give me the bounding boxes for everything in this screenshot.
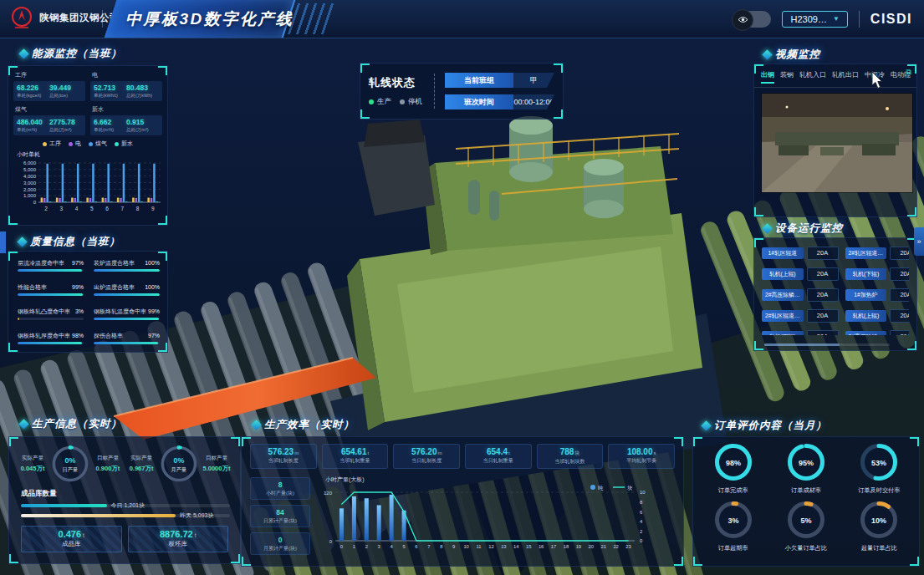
- stock-title: 成品库数量: [21, 489, 235, 499]
- side-stat-value: 8: [251, 481, 309, 489]
- equipment-label[interactable]: 轧机(下辊): [762, 331, 804, 335]
- status-label: 停机: [408, 97, 422, 107]
- stock-stat-box: 8876.72t板坯库: [128, 526, 229, 552]
- efficiency-panel: 576.23m当班轧制长度654.61t当班轧制重量576.20m当日轧制长度6…: [241, 436, 684, 567]
- legend-item: 电: [69, 140, 81, 148]
- svg-text:3,000: 3,000: [23, 181, 37, 186]
- panel-collapse-handle[interactable]: »: [914, 227, 924, 256]
- legend-item: 煤气: [89, 140, 107, 148]
- line-selector-dropdown[interactable]: H2309… ▼: [782, 11, 847, 28]
- equipment-label[interactable]: 2#轧区辊道…: [762, 310, 804, 322]
- diamond-icon: [17, 237, 28, 247]
- quality-item: 出炉温度合格率100%: [94, 283, 160, 296]
- diamond-icon: [701, 420, 712, 431]
- energy-metric-value: 2775.78: [49, 118, 82, 126]
- equipment-label[interactable]: 轧机(上辊): [762, 268, 804, 280]
- equipment-label[interactable]: 2#轧区辊道…: [845, 247, 887, 259]
- efficiency-metric: 108.00s平均轧制节奏: [608, 444, 675, 469]
- energy-metric-value: 68.226: [17, 84, 49, 92]
- energy-metric-label: 单耗(kWh/t): [94, 93, 126, 99]
- mouse-cursor: [871, 72, 885, 90]
- svg-text:5: 5: [402, 544, 405, 549]
- quality-item-percent: 97%: [72, 260, 84, 266]
- stock-stat-label: 成品库: [22, 540, 121, 548]
- quality-item-percent: 99%: [72, 284, 84, 290]
- stock-bar-fill: [21, 514, 176, 517]
- equipment-label[interactable]: 2#高压除鳞…: [762, 289, 804, 301]
- production-panel: 实际产量0.045万t0%日产量目标产量0.900万t实际产量0.967万t0%…: [8, 436, 241, 564]
- diamond-icon: [18, 48, 29, 59]
- equipment-item: 2#轧区辊道…20A: [762, 309, 839, 323]
- production-panel-title: 生产信息（实时）: [20, 417, 122, 431]
- order-gauge-ring: 10%: [857, 498, 901, 542]
- efficiency-metric-label: 当日轧制长度: [394, 457, 459, 465]
- efficiency-side-stats: 8小时产量(块)84日累计产量(块)0月累计产量(块): [250, 477, 310, 555]
- svg-text:3: 3: [378, 544, 380, 549]
- stock-bar: 昨天 5,093块: [21, 511, 228, 521]
- video-feed[interactable]: [761, 93, 913, 193]
- energy-metric: 68.226单耗(kgce/t): [17, 84, 49, 99]
- energy-metric-value: 0.915: [126, 118, 159, 126]
- side-tab[interactable]: [0, 232, 6, 253]
- actual-value: 0.045万t: [16, 465, 49, 473]
- quality-panel: 层流冷温度命中率97%装炉温度合格率100%性能合格率99%出炉温度合格率100…: [8, 251, 168, 353]
- diamond-icon: [251, 420, 262, 430]
- video-tab-0[interactable]: 出钢: [761, 70, 774, 84]
- target-label: 目标产量: [200, 455, 233, 462]
- svg-text:2: 2: [44, 206, 48, 211]
- svg-text:5%: 5%: [800, 516, 811, 525]
- video-tab-2[interactable]: 轧机入口: [799, 70, 826, 84]
- energy-metric: 39.449总耗(tce): [49, 84, 82, 99]
- svg-text:3: 3: [60, 206, 64, 211]
- quality-item-label: 装炉温度合格率: [94, 259, 135, 267]
- equipment-label[interactable]: 1#加热炉: [845, 289, 887, 301]
- efficiency-metric-label: 平均轧制节奏: [609, 457, 674, 465]
- svg-text:16: 16: [539, 544, 544, 549]
- equipment-label[interactable]: 轧机(上辊): [845, 310, 887, 322]
- equipment-label[interactable]: 2#高压除鳞…: [845, 331, 887, 335]
- efficiency-metric-value: 788块: [538, 447, 603, 457]
- order-gauge-ring: 98%: [712, 440, 755, 484]
- svg-text:6: 6: [415, 544, 417, 549]
- equipment-label[interactable]: 1#轧区辊道: [762, 247, 804, 259]
- efficiency-side-stat: 8小时产量(块): [250, 477, 310, 500]
- order-gauge-ring: 5%: [784, 498, 828, 542]
- equipment-label[interactable]: 轧机(下辊): [845, 268, 887, 280]
- stock-stat-label: 板坯库: [129, 540, 228, 548]
- energy-panel: 工序68.226单耗(kgce/t)39.449总耗(tce)电52.713单耗…: [8, 65, 168, 226]
- quality-item-percent: 97%: [148, 333, 160, 338]
- quality-item-track: [94, 293, 160, 296]
- svg-text:6: 6: [105, 206, 109, 211]
- energy-metric: 0.915总耗(万m³): [126, 118, 159, 133]
- efficiency-metric-label: 当班轧制重量: [323, 457, 388, 465]
- energy-metric-label: 单耗(m³/t): [17, 127, 49, 133]
- stock-bar-text: 今日 1,201块: [111, 501, 145, 510]
- svg-text:0: 0: [33, 200, 37, 205]
- efficiency-metric: 576.23m当班轧制长度: [250, 444, 317, 469]
- equipment-scrollbar[interactable]: [764, 343, 890, 346]
- quality-item-fill: [94, 293, 160, 296]
- svg-text:5,000: 5,000: [23, 167, 37, 172]
- equipment-item: 轧机(下辊)20A: [762, 330, 839, 335]
- hourly-chart-title: 小时产量(大板): [325, 476, 678, 484]
- badge-value: 00:00-12:00: [513, 94, 554, 109]
- company-name: 陕钢集团汉钢公司: [39, 12, 120, 24]
- video-tab-bar: 出钢装钢轧机入口轧机出口中间冷电动辊: [754, 64, 916, 88]
- visibility-toggle[interactable]: [733, 11, 771, 28]
- video-panel-title: 视频监控: [763, 48, 820, 62]
- quality-item-label: 出炉温度合格率: [94, 283, 135, 292]
- energy-group-box: 52.713单耗(kWh/t)80.483总耗(万kWh): [90, 81, 162, 101]
- efficiency-metric: 654.61t当班轧制重量: [322, 444, 389, 469]
- top-bar: 陕钢集团汉钢公司 中厚板3D数字化产线 H2309… ▼ CISDI: [0, 0, 924, 38]
- quality-item-track: [18, 318, 84, 320]
- quality-item-label: 性能合格率: [18, 283, 47, 292]
- quality-item-percent: 100%: [145, 260, 160, 266]
- equipment-value: 20A: [807, 330, 839, 335]
- equipment-item: 轧机(上辊)20A: [762, 267, 839, 281]
- svg-text:4: 4: [391, 544, 394, 549]
- expand-icon[interactable]: ⧉: [906, 68, 911, 77]
- video-tab-3[interactable]: 轧机出口: [832, 70, 859, 84]
- quality-item-percent: 100%: [145, 284, 160, 290]
- legend-dot: [43, 142, 47, 146]
- video-tab-1[interactable]: 装钢: [780, 70, 794, 84]
